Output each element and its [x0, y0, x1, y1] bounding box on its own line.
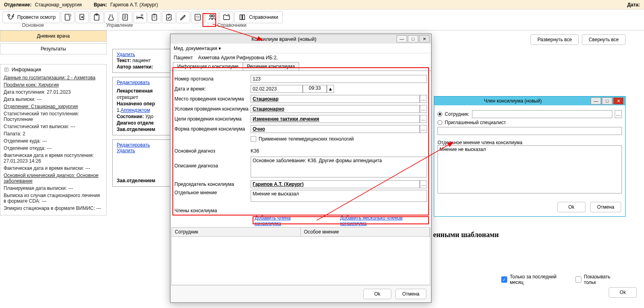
tab-results[interactable]: Результаты	[0, 43, 107, 54]
cond-input[interactable]: Стационарно	[251, 105, 420, 113]
cond-picker[interactable]: …	[420, 105, 427, 113]
tab-decision[interactable]: Решение консилиума	[243, 62, 300, 70]
place-input[interactable]: Стационар	[251, 95, 420, 103]
minimize-button[interactable]: —	[397, 35, 407, 42]
note-icon	[4, 67, 9, 72]
add-one-member-link[interactable]: Добавить члена консилиума	[255, 215, 316, 226]
examine-button[interactable]: Провести осмотр	[2, 11, 60, 23]
info-line: Палата: 2	[4, 131, 103, 137]
time-input[interactable]: 09:33	[303, 85, 327, 93]
add-many-members-link[interactable]: Добавить несколько членов консилиума	[340, 215, 427, 226]
tab-diary[interactable]: Дневник врача	[0, 30, 107, 42]
edit-link-2[interactable]: Редактировать	[117, 142, 150, 148]
op-link[interactable]: Аппендэктом	[121, 107, 150, 113]
info-line[interactable]: Профили коек: Хирургия	[4, 82, 103, 88]
goal-input[interactable]: Изменение тактики лечения	[251, 115, 420, 123]
chairman-picker[interactable]: …	[420, 180, 427, 188]
members-tbody[interactable]	[172, 237, 430, 285]
employee-picker[interactable]: …	[615, 110, 622, 118]
tb-btn-consilium[interactable]	[205, 11, 219, 23]
telemedicine-checkbox[interactable]	[251, 136, 256, 142]
doctor-value: Гарипов А.Т. (Хирург)	[110, 2, 158, 8]
tb-btn-1[interactable]	[61, 11, 75, 23]
toolbar: Провести осмотр Справочники Основное Упр…	[0, 10, 644, 30]
info-line[interactable]: Основной клинический диагноз: Основное з…	[4, 173, 103, 184]
last-month-checkbox[interactable]: ✓	[501, 276, 507, 283]
radio-employee[interactable]	[437, 112, 442, 117]
delete-link-2[interactable]: Удалить	[117, 148, 135, 153]
svg-point-1	[12, 16, 13, 17]
goal-picker[interactable]: …	[420, 115, 427, 123]
pencil-icon	[179, 13, 187, 21]
patient-value: Ахметова Адиля Рифнуровна ИБ:2,	[198, 55, 278, 60]
heart-doc-icon	[194, 13, 202, 21]
info-line[interactable]: Отделение: Стационар_хирургия	[4, 104, 103, 109]
tb-btn-7[interactable]	[148, 11, 161, 23]
form-input[interactable]: Очно	[251, 125, 420, 133]
employee-input[interactable]	[472, 110, 612, 118]
tb-btn-5[interactable]	[119, 11, 132, 23]
member-maximize[interactable]: □	[602, 97, 612, 105]
show-only-checkbox[interactable]	[575, 276, 581, 283]
diag-description[interactable]	[251, 157, 427, 177]
opinion-input[interactable]	[251, 190, 427, 202]
tb-btn-9[interactable]	[176, 11, 190, 23]
member-titlebar: Член консилиума (новый) — □ ✕	[434, 97, 625, 105]
modal-titlebar: Консилиум врачей (новый) — □ ✕	[170, 34, 431, 44]
form-plus-icon	[64, 13, 72, 21]
members-table: Сотрудник Особое мнение	[171, 227, 430, 285]
info-line[interactable]: Данные по госпитализации: 2 - Ахметова	[4, 75, 103, 81]
modal-ok-button[interactable]: Ok	[363, 289, 391, 299]
bed-plus-icon	[136, 13, 144, 21]
clipboard-icon	[93, 13, 101, 21]
svg-rect-12	[166, 14, 171, 20]
maximize-button[interactable]: □	[408, 35, 418, 42]
guest-input[interactable]	[437, 127, 622, 135]
date-label: Дата:	[627, 2, 640, 8]
tb-btn-4[interactable]	[104, 11, 118, 23]
tb-btn-10[interactable]	[191, 11, 205, 23]
dept-label: Отделение:	[4, 2, 32, 8]
member-opinion-label: Отдельное мнение члена консилиума	[437, 140, 622, 145]
member-opinion-input[interactable]	[437, 145, 622, 193]
tab-info[interactable]: Информация о консилиуме	[173, 62, 243, 70]
top-header: Отделение: Стационар_хирургия Врач: Гари…	[0, 0, 644, 10]
member-ok-button[interactable]: Ok	[557, 202, 585, 212]
close-button[interactable]: ✕	[419, 35, 429, 42]
radio-guest[interactable]	[437, 120, 442, 125]
edit-link-1[interactable]: Редактировать	[117, 80, 150, 85]
info-line: Выписка из случая стационарного лечения …	[4, 193, 103, 204]
info-line: Фактическая дата и время выписки: ---	[4, 165, 103, 171]
modal-cancel-button[interactable]: Отмена	[395, 289, 426, 299]
svg-point-2	[13, 14, 14, 15]
place-picker[interactable]: …	[420, 95, 427, 103]
med-doc-menu[interactable]: Мед. документация ▾	[174, 46, 221, 51]
delete-link[interactable]: Удалить	[117, 52, 135, 57]
tb-btn-6[interactable]	[133, 11, 147, 23]
main-ok-button[interactable]: Ok	[609, 287, 637, 298]
reference-button[interactable]: Справочники	[234, 11, 283, 23]
svg-point-0	[8, 14, 10, 16]
info-panel: Информация Данные по госпитализации: 2 -…	[0, 64, 107, 215]
tb-btn-12[interactable]	[220, 11, 233, 23]
svg-rect-14	[195, 14, 200, 20]
collapse-all-button[interactable]: Свернуть все	[582, 34, 626, 45]
tb-btn-3[interactable]	[90, 11, 103, 23]
member-close[interactable]: ✕	[613, 97, 624, 105]
protocol-input[interactable]: 123	[251, 75, 427, 83]
expand-all-button[interactable]: Развернуть все	[531, 34, 579, 45]
info-line: Отделение откуда: ---	[4, 145, 103, 151]
time-spinner[interactable]: ▲	[327, 85, 334, 93]
modal-title: Консилиум врачей (новый)	[172, 36, 396, 42]
left-column: Дневник врача Результаты Информация Данн…	[0, 30, 107, 215]
member-cancel-button[interactable]: Отмена	[590, 202, 621, 212]
tb-btn-2[interactable]	[75, 11, 89, 23]
info-line: Эпикриз стационара в формате ВИМИС: ---	[4, 205, 103, 211]
tb-group-manage: Управление	[63, 22, 176, 28]
svg-point-15	[210, 15, 212, 17]
form-picker[interactable]: …	[420, 125, 427, 133]
date-input[interactable]: 02.02.2023	[251, 85, 303, 93]
tb-btn-8[interactable]	[162, 11, 176, 23]
chairman-input[interactable]: Гарипов А.Т. (Хирург)	[251, 180, 420, 188]
member-minimize[interactable]: —	[591, 97, 601, 105]
